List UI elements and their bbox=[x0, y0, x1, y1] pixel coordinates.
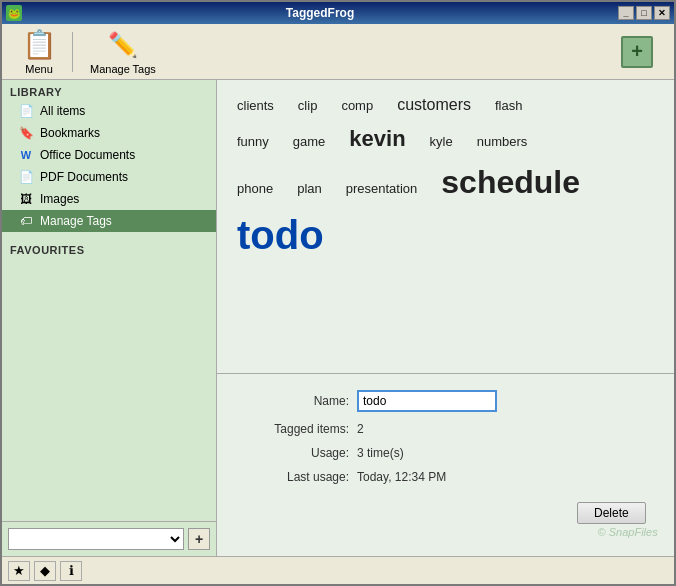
tag-customers[interactable]: customers bbox=[397, 96, 471, 114]
main-content: LIBRARY 📄 All items 🔖 Bookmarks W Office… bbox=[2, 80, 674, 556]
sidebar-dropdown[interactable] bbox=[8, 528, 184, 550]
tag-presentation[interactable]: presentation bbox=[346, 181, 418, 196]
tagged-items-row: Tagged items: 2 bbox=[237, 422, 666, 436]
main-window: 🐸 TaggedFrog _ □ ✕ 📋 Menu ✏️ Manage Tags… bbox=[0, 0, 676, 586]
bookmarks-icon: 🔖 bbox=[18, 125, 34, 141]
watermark: © SnapFiles bbox=[237, 524, 666, 540]
toolbar-separator bbox=[72, 32, 73, 72]
favourites-section-label: FAVOURITES bbox=[2, 238, 216, 258]
menu-icon: 📋 bbox=[23, 29, 55, 61]
sidebar-item-pdf[interactable]: 📄 PDF Documents bbox=[2, 166, 216, 188]
managetags-label: Manage Tags bbox=[40, 214, 112, 228]
tags-row-3: todo bbox=[237, 213, 666, 258]
office-label: Office Documents bbox=[40, 148, 135, 162]
tag-plan[interactable]: plan bbox=[297, 181, 322, 196]
delete-row: Delete bbox=[237, 494, 666, 524]
manage-tags-icon: ✏️ bbox=[107, 29, 139, 61]
menu-label: Menu bbox=[25, 63, 53, 75]
images-label: Images bbox=[40, 192, 79, 206]
last-usage-value: Today, 12:34 PM bbox=[357, 470, 446, 484]
tags-row-1: funny game kevin kyle numbers bbox=[237, 126, 666, 152]
tags-panel: clients clip comp customers flash funny … bbox=[217, 80, 674, 556]
detail-panel: Name: Tagged items: 2 Usage: 3 time(s) L… bbox=[217, 374, 674, 556]
minimize-button[interactable]: _ bbox=[618, 6, 634, 20]
maximize-button[interactable]: □ bbox=[636, 6, 652, 20]
tag-clients[interactable]: clients bbox=[237, 98, 274, 113]
office-icon: W bbox=[18, 147, 34, 163]
sidebar-bottom: + bbox=[2, 521, 216, 556]
pdf-icon: 📄 bbox=[18, 169, 34, 185]
statusbar-tag-button[interactable]: ◆ bbox=[34, 561, 56, 581]
add-button[interactable]: + bbox=[608, 31, 666, 73]
statusbar-star-button[interactable]: ★ bbox=[8, 561, 30, 581]
manage-tags-label: Manage Tags bbox=[90, 63, 156, 75]
pdf-label: PDF Documents bbox=[40, 170, 128, 184]
usage-row: Usage: 3 time(s) bbox=[237, 446, 666, 460]
statusbar-info-button[interactable]: ℹ bbox=[60, 561, 82, 581]
tags-cloud: clients clip comp customers flash funny … bbox=[217, 80, 674, 374]
titlebar-left: 🐸 bbox=[2, 5, 22, 21]
sidebar-item-bookmarks[interactable]: 🔖 Bookmarks bbox=[2, 122, 216, 144]
sidebar: LIBRARY 📄 All items 🔖 Bookmarks W Office… bbox=[2, 80, 217, 556]
tagged-items-value: 2 bbox=[357, 422, 364, 436]
managetags-icon: 🏷 bbox=[18, 213, 34, 229]
last-usage-label: Last usage: bbox=[237, 470, 357, 484]
sidebar-item-managetags[interactable]: 🏷 Manage Tags bbox=[2, 210, 216, 232]
close-button[interactable]: ✕ bbox=[654, 6, 670, 20]
last-usage-row: Last usage: Today, 12:34 PM bbox=[237, 470, 666, 484]
tags-row-2: phone plan presentation schedule bbox=[237, 164, 666, 201]
usage-label: Usage: bbox=[237, 446, 357, 460]
name-input[interactable] bbox=[357, 390, 497, 412]
sidebar-item-allitems[interactable]: 📄 All items bbox=[2, 100, 216, 122]
tag-kyle[interactable]: kyle bbox=[430, 134, 453, 149]
tag-phone[interactable]: phone bbox=[237, 181, 273, 196]
tag-todo[interactable]: todo bbox=[237, 213, 324, 258]
add-icon: + bbox=[621, 36, 653, 68]
bookmarks-label: Bookmarks bbox=[40, 126, 100, 140]
tag-numbers[interactable]: numbers bbox=[477, 134, 528, 149]
watermark-text: SnapFiles bbox=[609, 526, 658, 538]
delete-button[interactable]: Delete bbox=[577, 502, 646, 524]
name-row: Name: bbox=[237, 390, 666, 412]
tag-flash[interactable]: flash bbox=[495, 98, 522, 113]
sidebar-item-images[interactable]: 🖼 Images bbox=[2, 188, 216, 210]
tag-kevin[interactable]: kevin bbox=[349, 126, 405, 152]
allitems-label: All items bbox=[40, 104, 85, 118]
app-icon: 🐸 bbox=[6, 5, 22, 21]
tags-row-0: clients clip comp customers flash bbox=[237, 96, 666, 114]
sidebar-spacer bbox=[2, 258, 216, 521]
window-title: TaggedFrog bbox=[22, 6, 618, 20]
tag-game[interactable]: game bbox=[293, 134, 326, 149]
tag-clip[interactable]: clip bbox=[298, 98, 318, 113]
sidebar-item-office[interactable]: W Office Documents bbox=[2, 144, 216, 166]
titlebar-controls: _ □ ✕ bbox=[618, 6, 674, 20]
name-label: Name: bbox=[237, 394, 357, 408]
manage-tags-button[interactable]: ✏️ Manage Tags bbox=[77, 24, 169, 80]
tagged-items-label: Tagged items: bbox=[237, 422, 357, 436]
sidebar-add-button[interactable]: + bbox=[188, 528, 210, 550]
tag-schedule[interactable]: schedule bbox=[441, 164, 580, 201]
allitems-icon: 📄 bbox=[18, 103, 34, 119]
menu-button[interactable]: 📋 Menu bbox=[10, 24, 68, 80]
library-section-label: LIBRARY bbox=[2, 80, 216, 100]
statusbar: ★ ◆ ℹ bbox=[2, 556, 674, 584]
tag-comp[interactable]: comp bbox=[341, 98, 373, 113]
tag-funny[interactable]: funny bbox=[237, 134, 269, 149]
images-icon: 🖼 bbox=[18, 191, 34, 207]
titlebar: 🐸 TaggedFrog _ □ ✕ bbox=[2, 2, 674, 24]
usage-value: 3 time(s) bbox=[357, 446, 404, 460]
toolbar: 📋 Menu ✏️ Manage Tags + bbox=[2, 24, 674, 80]
